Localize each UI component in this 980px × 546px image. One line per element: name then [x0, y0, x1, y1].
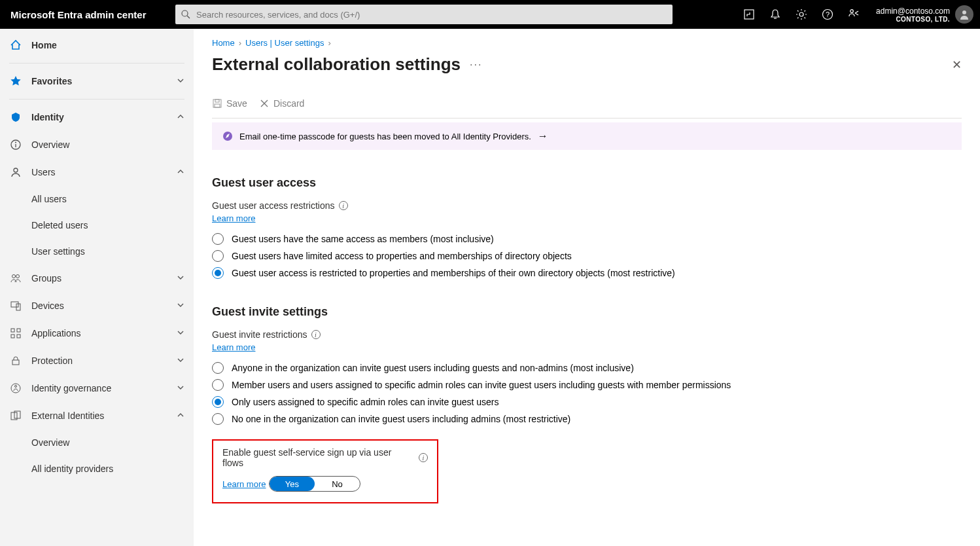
- identity-icon: [9, 111, 22, 124]
- sidebar-label: All identity providers: [31, 464, 113, 474]
- avatar: [955, 5, 973, 24]
- sidebar-label: Users: [31, 167, 56, 177]
- radio-invite-members[interactable]: Member users and users assigned to speci…: [212, 379, 962, 391]
- feedback-icon[interactable]: [841, 0, 867, 29]
- groups-icon: [9, 272, 22, 285]
- close-icon[interactable]: ✕: [952, 58, 962, 72]
- svg-point-14: [16, 275, 20, 278]
- chevron-right-icon: ›: [328, 38, 330, 48]
- svg-rect-15: [11, 302, 18, 307]
- toggle-no[interactable]: No: [315, 477, 360, 491]
- crumb-home[interactable]: Home: [212, 38, 235, 48]
- radio-guest-access-limited[interactable]: Guest users have limited access to prope…: [212, 250, 962, 262]
- radio-invite-noone[interactable]: No one in the organization can invite gu…: [212, 413, 962, 425]
- sidebar-label: Overview: [31, 139, 69, 150]
- sidebar-item-applications[interactable]: Applications: [0, 319, 194, 347]
- account-email: admin@contoso.com: [876, 7, 950, 16]
- radio-icon: [212, 413, 224, 425]
- radio-icon: [212, 379, 224, 391]
- crumb-users[interactable]: Users | User settings: [245, 38, 324, 48]
- learn-more-link[interactable]: Learn more: [212, 213, 255, 223]
- svg-rect-21: [12, 360, 19, 365]
- global-search[interactable]: [175, 5, 673, 24]
- save-icon: [212, 98, 222, 109]
- svg-point-4: [799, 12, 803, 16]
- external-id-icon: [9, 409, 22, 422]
- notifications-icon[interactable]: [762, 0, 788, 29]
- chevron-down-icon: [177, 300, 184, 311]
- radio-guest-access-inclusive[interactable]: Guest users have the same access as memb…: [212, 233, 962, 245]
- sidebar-item-identity[interactable]: Identity: [0, 103, 194, 131]
- sidebar-label: Identity governance: [31, 383, 111, 393]
- chevron-down-icon: [177, 76, 184, 86]
- info-icon[interactable]: i: [339, 201, 348, 210]
- governance-icon: [9, 382, 22, 395]
- radio-label: Guest users have limited access to prope…: [232, 251, 572, 261]
- sidebar-label: Protection: [31, 355, 73, 366]
- sidebar-item-groups[interactable]: Groups: [0, 264, 194, 292]
- section-guest-invite-heading: Guest invite settings: [212, 305, 962, 319]
- separator: [9, 63, 184, 64]
- discard-button[interactable]: Discard: [259, 98, 304, 109]
- sidebar-item-all-users[interactable]: All users: [0, 186, 194, 212]
- svg-line-1: [187, 16, 190, 18]
- sidebar-item-users[interactable]: Users: [0, 158, 194, 186]
- sidebar-item-deleted-users[interactable]: Deleted users: [0, 212, 194, 238]
- sidebar-item-overview[interactable]: Overview: [0, 131, 194, 158]
- svg-point-7: [850, 10, 854, 13]
- sidebar-label: Deleted users: [31, 220, 88, 230]
- breadcrumb: Home › Users | User settings ›: [212, 38, 962, 48]
- copilot-icon[interactable]: [736, 0, 762, 29]
- sidebar: Home Favorites Identity Overview Users A…: [0, 29, 194, 546]
- sidebar-label: Groups: [31, 273, 61, 283]
- learn-more-link[interactable]: Learn more: [212, 342, 255, 352]
- chevron-up-icon: [177, 167, 184, 177]
- sidebar-item-home[interactable]: Home: [0, 31, 194, 59]
- arrow-right-icon[interactable]: →: [538, 130, 548, 142]
- section-guest-access-heading: Guest user access: [212, 176, 962, 190]
- info-banner: Email one-time passcode for guests has b…: [212, 122, 962, 150]
- settings-icon[interactable]: [788, 0, 814, 29]
- sidebar-item-protection[interactable]: Protection: [0, 347, 194, 374]
- radio-label: Member users and users assigned to speci…: [232, 380, 731, 390]
- account-menu[interactable]: admin@contoso.com CONTOSO, LTD.: [867, 5, 980, 24]
- self-service-toggle[interactable]: Yes No: [269, 476, 360, 492]
- command-bar: Save Discard: [212, 94, 962, 118]
- radio-invite-admins[interactable]: Only users assigned to specific admin ro…: [212, 396, 962, 408]
- svg-point-11: [15, 142, 16, 143]
- toggle-yes[interactable]: Yes: [270, 477, 315, 491]
- sidebar-label: Applications: [31, 328, 81, 338]
- radio-label: Only users assigned to specific admin ro…: [232, 397, 499, 407]
- save-label: Save: [226, 98, 247, 109]
- radio-guest-access-restrictive[interactable]: Guest user access is restricted to prope…: [212, 267, 962, 279]
- chevron-down-icon: [177, 273, 184, 283]
- learn-more-link[interactable]: Learn more: [222, 479, 266, 489]
- save-button[interactable]: Save: [212, 98, 247, 109]
- brand-title: Microsoft Entra admin center: [0, 9, 175, 20]
- sidebar-item-id-governance[interactable]: Identity governance: [0, 374, 194, 402]
- radio-icon: [212, 267, 224, 279]
- search-input[interactable]: [196, 10, 673, 20]
- sidebar-item-favorites[interactable]: Favorites: [0, 67, 194, 95]
- sidebar-item-external-identities[interactable]: External Identities: [0, 402, 194, 429]
- help-icon[interactable]: ?: [814, 0, 841, 29]
- sidebar-item-devices[interactable]: Devices: [0, 292, 194, 319]
- svg-point-8: [962, 10, 966, 14]
- info-icon: [9, 138, 22, 151]
- radio-icon: [212, 250, 224, 262]
- radio-invite-anyone[interactable]: Anyone in the organization can invite gu…: [212, 362, 962, 374]
- sidebar-label: External Identities: [31, 410, 104, 421]
- self-service-label: Enable guest self-service sign up via us…: [222, 447, 415, 468]
- sidebar-item-ext-overview[interactable]: Overview: [0, 429, 194, 456]
- info-icon[interactable]: i: [419, 453, 428, 462]
- sidebar-item-user-settings[interactable]: User settings: [0, 238, 194, 264]
- info-icon[interactable]: i: [311, 330, 321, 339]
- chevron-down-icon: [177, 383, 184, 393]
- svg-rect-20: [17, 335, 20, 338]
- radio-icon: [212, 396, 224, 408]
- sidebar-item-all-idp[interactable]: All identity providers: [0, 456, 194, 482]
- svg-rect-19: [11, 335, 14, 338]
- svg-point-12: [14, 168, 18, 172]
- more-actions-button[interactable]: ···: [470, 59, 482, 71]
- search-icon: [181, 9, 191, 20]
